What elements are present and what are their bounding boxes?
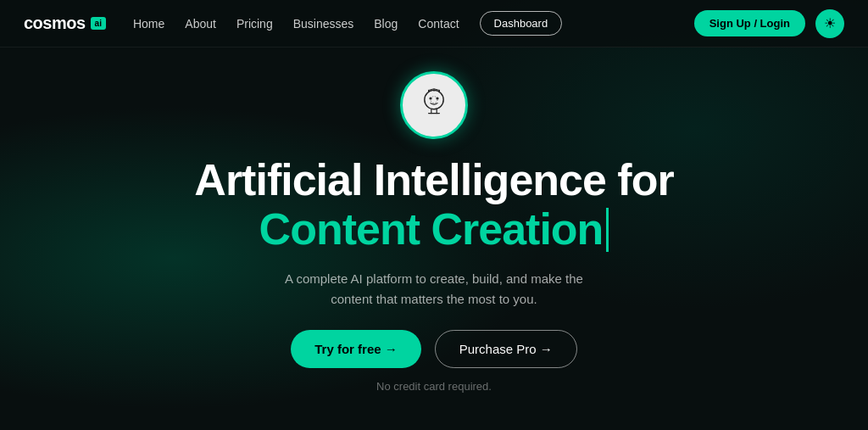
nav-link-about[interactable]: About [185, 17, 216, 31]
nav-link-contact[interactable]: Contact [418, 17, 459, 31]
nav-links: Home About Pricing Businesses Blog Conta… [133, 11, 562, 36]
nav-link-blog[interactable]: Blog [374, 17, 398, 31]
cta-buttons: Try for free → Purchase Pro → [291, 330, 577, 368]
navbar: cosmos ai Home About Pricing Businesses … [0, 0, 868, 47]
hero-subtitle: A complete AI platform to create, build,… [273, 269, 595, 310]
logo-text: cosmos [24, 14, 86, 33]
svg-point-0 [425, 90, 443, 109]
hero-section: Artificial Intelligence for Content Crea… [0, 47, 868, 393]
headline-line2: Content Creation [259, 204, 609, 255]
logo-badge: ai [91, 17, 106, 30]
cursor-blink [606, 208, 609, 252]
nav-link-businesses[interactable]: Businesses [293, 17, 354, 31]
nav-item-blog[interactable]: Blog [374, 16, 398, 31]
nav-item-businesses[interactable]: Businesses [293, 16, 354, 31]
dashboard-button[interactable]: Dashboard [480, 11, 563, 36]
nav-link-home[interactable]: Home [133, 17, 164, 31]
try-free-button[interactable]: Try for free → [291, 330, 421, 368]
nav-item-home[interactable]: Home [133, 16, 164, 31]
logo: cosmos ai [24, 14, 106, 33]
sun-icon: ☀ [824, 15, 836, 31]
ai-icon-circle [400, 71, 468, 139]
nav-item-dashboard[interactable]: Dashboard [480, 11, 563, 36]
theme-toggle-button[interactable]: ☀ [815, 9, 844, 38]
nav-link-pricing[interactable]: Pricing [236, 17, 273, 31]
no-card-label: No credit card required. [376, 380, 492, 393]
headline-line1: Artificial Intelligence for [194, 156, 673, 204]
nav-left: cosmos ai Home About Pricing Businesses … [24, 11, 562, 36]
signup-button[interactable]: Sign Up / Login [694, 10, 805, 36]
ai-robot-icon [414, 85, 454, 126]
nav-item-about[interactable]: About [185, 16, 216, 31]
nav-right: Sign Up / Login ☀ [694, 9, 844, 38]
purchase-pro-button[interactable]: Purchase Pro → [435, 330, 577, 368]
nav-item-pricing[interactable]: Pricing [236, 16, 273, 31]
svg-point-3 [431, 97, 437, 103]
nav-item-contact[interactable]: Contact [418, 16, 459, 31]
